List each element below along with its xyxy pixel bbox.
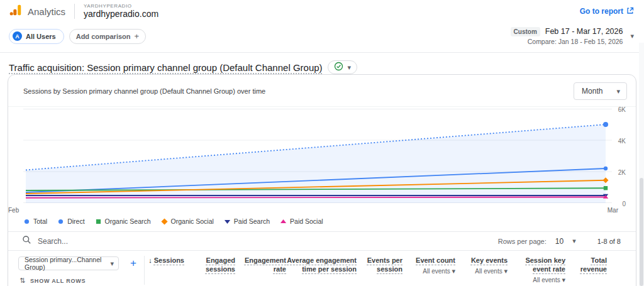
dropdown-caret-icon: ▾ [630, 32, 634, 40]
analytics-logo-icon [9, 3, 23, 19]
y-tick-label: 4K [618, 138, 626, 145]
x-tick-label: Feb [8, 207, 19, 214]
granularity-select[interactable]: Month ▾ [574, 82, 627, 100]
column-header-average-engagement-time-per-session: Average engagement time per session [286, 256, 357, 285]
report-status-control[interactable]: ▾ [328, 60, 358, 74]
legend-item-paid-social: Paid Social [280, 217, 323, 225]
y-tick-label: 0 [622, 201, 626, 207]
pagination-range: 1-8 of 8 [597, 238, 621, 245]
property-name: yardhyperadio.com [84, 9, 158, 19]
chart-title: Sessions by Session primary channel grou… [23, 87, 265, 95]
page-scrollbar[interactable] [639, 43, 644, 286]
add-comparison-label: Add comparison [76, 33, 131, 40]
show-all-rows-button[interactable]: ⇅ SHOW ALL ROWS [19, 277, 139, 285]
report-card: Sessions by Session primary channel grou… [8, 74, 636, 286]
report-title[interactable]: Traffic acquisition: Session primary cha… [9, 62, 323, 73]
table-search-row: Rows per page: 10 ▾ 1-8 of 8 [8, 231, 636, 250]
y-tick-label: 2K [618, 169, 626, 176]
column-header-total-revenue: Total revenue [565, 256, 607, 285]
legend-marker-icon [23, 218, 30, 225]
legend-marker-icon [161, 218, 168, 225]
app-name: Analytics [28, 6, 65, 17]
chart-plot-area [23, 109, 612, 206]
date-preset-chip: Custom [511, 27, 540, 37]
legend-item-total: Total [23, 217, 47, 225]
column-header-sessions: ↓Sessions [145, 256, 184, 285]
y-axis-labels: 6K4K2K0 [612, 109, 627, 206]
dropdown-caret-icon: ▾ [572, 237, 576, 245]
legend-marker-icon [57, 218, 64, 225]
search-icon [22, 235, 31, 247]
analytics-brand[interactable]: Analytics [9, 3, 65, 19]
legend-marker-icon [280, 218, 287, 225]
date-range-text: Feb 17 - Mar 17, 2026 [545, 26, 623, 37]
column-header-engaged-sessions: Engaged sessions [184, 256, 235, 285]
property-switcher[interactable]: YARDHYPERADIO yardhyperadio.com [74, 4, 158, 19]
y-tick-label: 6K [618, 106, 626, 113]
dropdown-caret-icon: ▾ [348, 63, 352, 72]
event-filter-select[interactable]: All events ▾ [508, 276, 565, 285]
external-link-icon [626, 7, 634, 16]
event-filter-select[interactable]: All events ▾ [455, 267, 508, 276]
sessions-line-chart: 6K4K2K0 [23, 109, 631, 206]
column-header-engagement-rate: Engagement rate [235, 256, 286, 285]
table-header-row: Session primary...Channel Group) ▾ + ⇅ S… [8, 250, 636, 286]
comparison-toolbar: A All Users Add comparison + Custom Feb … [0, 20, 644, 53]
column-header-key-events: Key eventsAll events ▾ [455, 256, 508, 285]
legend-item-paid-search: Paid Search [224, 217, 270, 225]
rows-per-page-label: Rows per page: [498, 238, 547, 245]
dimension-selector-value: Session primary...Channel Group) [25, 256, 110, 271]
dimension-header-cell: Session primary...Channel Group) ▾ + ⇅ S… [8, 256, 145, 285]
all-users-label: All Users [26, 33, 56, 40]
swap-vertical-icon: ⇅ [19, 277, 26, 285]
go-to-report-link[interactable]: Go to report [580, 7, 634, 16]
dropdown-caret-icon: ▾ [616, 87, 620, 96]
all-users-chip[interactable]: A All Users [9, 29, 64, 44]
x-axis-labels: FebMar [8, 206, 636, 214]
sort-desc-icon: ↓ [148, 256, 152, 265]
chart-legend: TotalDirectOrganic SearchOrganic SocialP… [8, 214, 636, 231]
event-filter-select[interactable]: All events ▾ [402, 267, 455, 276]
go-to-report-label: Go to report [580, 7, 623, 16]
compare-range-text: Compare: Jan 18 - Feb 15, 2026 [511, 37, 623, 46]
column-header-event-count: Event countAll events ▾ [402, 256, 455, 285]
dimension-selector[interactable]: Session primary...Channel Group) ▾ [18, 256, 119, 270]
date-range-picker[interactable]: Custom Feb 17 - Mar 17, 2026 Compare: Ja… [511, 26, 634, 46]
scrollbar-thumb[interactable] [640, 178, 643, 286]
rows-per-page-select[interactable]: 10 ▾ [555, 237, 576, 246]
check-circle-icon [334, 62, 343, 74]
audience-badge-icon: A [13, 31, 22, 41]
column-header-session-key-event-rate: Session key event rateAll events ▾ [508, 256, 565, 285]
legend-marker-icon [95, 218, 102, 225]
chart-svg [23, 109, 612, 203]
dropdown-caret-icon: ▾ [110, 260, 114, 268]
column-header-events-per-session: Events per session [357, 256, 402, 285]
divider [8, 106, 636, 107]
legend-item-direct: Direct [57, 217, 84, 225]
add-dimension-button[interactable]: + [130, 257, 136, 270]
search-input[interactable] [38, 237, 226, 246]
rows-per-page-value: 10 [555, 237, 564, 246]
app-header: Analytics YARDHYPERADIO yardhyperadio.co… [0, 0, 644, 20]
legend-item-organic-search: Organic Search [95, 217, 151, 225]
plus-icon: + [135, 31, 140, 41]
show-all-rows-label: SHOW ALL ROWS [30, 278, 86, 284]
add-comparison-button[interactable]: Add comparison + [69, 29, 146, 44]
legend-item-organic-social: Organic Social [161, 217, 214, 225]
legend-marker-icon [224, 218, 231, 225]
granularity-value: Month [582, 87, 602, 96]
x-tick-label: Mar [608, 207, 618, 214]
